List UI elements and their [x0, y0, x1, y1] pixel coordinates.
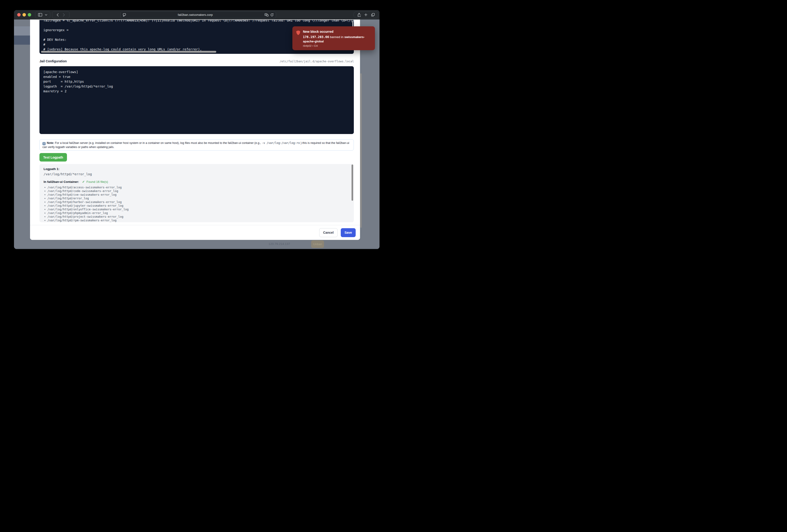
edit-jail-modal: failregex = %(_apache_error_client)s (?:… — [30, 20, 360, 240]
jail-config-code: [apache-overflows]enabled = trueport = h… — [40, 66, 354, 97]
logpath-value: /var/log/httpd/*error_log — [44, 172, 350, 176]
dimmed-page-fragment — [14, 26, 30, 36]
note-text-before: For a local fail2ban server (e.g. instal… — [54, 141, 262, 145]
toast-title: New block occurred — [303, 30, 371, 34]
dimmed-page-fragment — [14, 36, 30, 45]
bullet-icon — [44, 216, 45, 217]
jail-config-editor[interactable]: [apache-overflows]enabled = trueport = h… — [39, 66, 354, 134]
url-text: fail2ban.swissmakers.corp — [126, 13, 264, 17]
cancel-button[interactable]: Cancel — [319, 228, 338, 237]
log-file-item: /var/log/httpd/code-swissmakers-error_lo… — [44, 189, 350, 193]
translate-icon[interactable]: A — [264, 13, 269, 17]
minimize-window-button[interactable] — [22, 13, 26, 17]
jail-configuration-label: Jail Configuration — [39, 59, 67, 63]
log-file-item: /var/log/httpd/phpmyadmin-error_log — [44, 211, 350, 215]
zoom-window-button[interactable] — [28, 13, 31, 17]
browser-window: 120.79.214.137 Unban — [14, 10, 380, 249]
modal-scrollbar[interactable] — [360, 73, 362, 228]
log-file-item: /var/log/httpd/access-swissmakers-error_… — [44, 185, 350, 189]
note-code: -v /var/log:/var/log:ro — [262, 141, 300, 145]
save-button[interactable]: Save — [341, 228, 356, 237]
editor-horizontal-scrollbar[interactable] — [41, 51, 216, 53]
close-window-button[interactable] — [17, 13, 21, 17]
chevron-down-icon — [45, 14, 47, 16]
found-files-status: ✓ Found 16 file(s) — [82, 180, 108, 183]
note-box: iNote: For a local fail2ban server (e.g.… — [39, 139, 354, 151]
bullet-icon — [44, 191, 45, 192]
nav-buttons — [52, 11, 69, 18]
jail-configuration-header: Jail Configuration /etc/fail2ban/jail.d/… — [39, 59, 354, 63]
banned-ip: 178.197.203.66 — [303, 35, 329, 39]
log-file-item: /var/log/httpd/onlyoffice-swissmakers-er… — [44, 207, 350, 211]
results-scrollbar[interactable] — [352, 164, 353, 201]
toast-message: 178.197.203.66 banned in swissmakers-apa… — [303, 35, 371, 44]
logpath-label: Logpath 1: — [44, 167, 350, 171]
bullet-icon — [44, 202, 45, 202]
unban-button[interactable]: Unban — [311, 240, 324, 248]
dimmed-page-fragment — [14, 248, 380, 249]
check-icon: ✓ — [82, 180, 85, 183]
dimmed-ip-text: 120.79.214.137 — [269, 242, 290, 246]
note-label: Note: — [47, 141, 54, 145]
log-file-item: /var/log/httpd/harbor-swissmakers-error_… — [44, 200, 350, 204]
new-block-toast[interactable]: New block occurred 178.197.203.66 banned… — [292, 26, 375, 50]
reload-icon[interactable] — [270, 13, 274, 17]
page-format-icon[interactable] — [123, 13, 126, 17]
address-bar[interactable]: fail2ban.swissmakers.corp A — [121, 11, 276, 18]
info-icon: i — [42, 142, 46, 145]
tab-overview-icon[interactable] — [371, 13, 375, 17]
jail-config-file-path: /etc/fail2ban/jail.d/apache-overflows.lo… — [279, 60, 354, 63]
modal-footer: Cancel Save — [30, 225, 360, 240]
sidebar-toggle-button[interactable] — [35, 11, 50, 18]
new-tab-icon[interactable] — [364, 13, 367, 16]
toolbar-right — [353, 11, 379, 18]
log-file-item: /var/log/httpd/error_log — [44, 197, 350, 200]
log-file-item: /var/log/httpd/cve-swissmakers-error_log — [44, 193, 350, 197]
back-button[interactable] — [57, 13, 59, 17]
toast-meta: rlinfp02 • CH — [303, 44, 371, 47]
dimmed-banned-row: 120.79.214.137 Unban — [14, 240, 380, 249]
log-file-item: /var/log/httpd/jupyter-swissmakers-error… — [44, 204, 350, 207]
bullet-icon — [44, 220, 45, 221]
container-label: In fail2ban-ui Container: — [44, 180, 79, 183]
bullet-icon — [44, 213, 45, 214]
forward-button[interactable] — [63, 13, 65, 17]
container-result-row: In fail2ban-ui Container: ✓ Found 16 fil… — [44, 180, 350, 183]
logpath-test-results: Logpath 1: /var/log/httpd/*error_log In … — [39, 164, 354, 222]
bullet-icon — [44, 187, 45, 188]
sidebar-icon — [38, 13, 42, 17]
bullet-icon — [44, 198, 45, 199]
bullet-icon — [44, 194, 45, 195]
found-files-list: /var/log/httpd/access-swissmakers-error_… — [44, 185, 350, 222]
log-file-item: /var/log/httpd/rpm-swissmakers-error_log — [44, 219, 350, 222]
titlebar: fail2ban.swissmakers.corp A — [14, 10, 380, 20]
bullet-icon — [44, 205, 45, 206]
log-file-item: /var/log/httpd/project-swissmakers-error… — [44, 215, 350, 219]
shield-icon — [296, 30, 300, 36]
test-logpath-button[interactable]: Test Logpath — [39, 153, 67, 161]
bullet-icon — [44, 209, 45, 210]
share-icon[interactable] — [358, 13, 361, 17]
